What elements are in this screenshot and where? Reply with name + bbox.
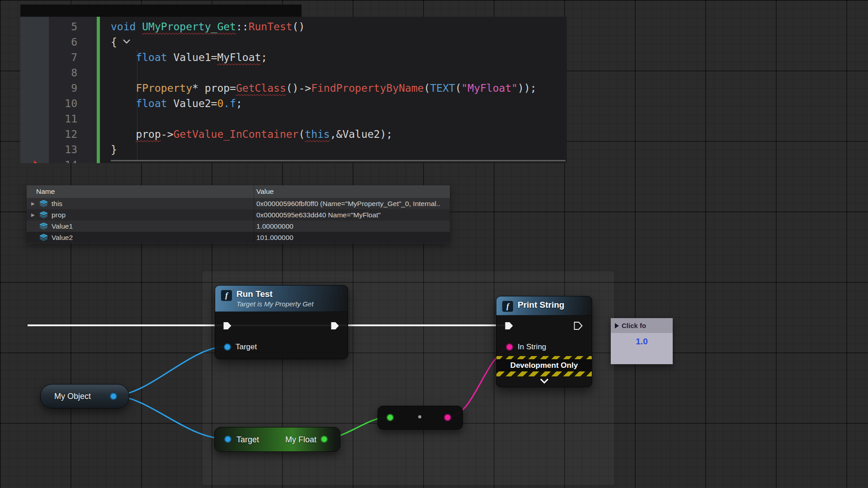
target-pin[interactable]: [224, 343, 231, 351]
watch-value: 0x00000595e633dd40 Name="MyFloat": [256, 209, 381, 221]
target-pin-label: Target: [236, 343, 257, 352]
line-number: 11: [20, 113, 97, 125]
exec-in-pin[interactable]: [505, 322, 514, 330]
node-subtitle: Target is My Property Get: [236, 300, 313, 309]
code-line[interactable]: 9 FProperty* prop=GetClass()->FindProper…: [20, 80, 567, 96]
debug-value-tooltip[interactable]: Click fo 1.0: [611, 318, 673, 364]
node-print-string[interactable]: f Print String In String Development Onl…: [496, 296, 592, 387]
code-token: Value2=: [167, 98, 217, 109]
node-my-object[interactable]: My Object: [40, 384, 129, 408]
code-token: ,&Value2);: [330, 128, 392, 140]
code-token: Value1=: [167, 52, 217, 63]
editor-top-strip: [20, 5, 302, 17]
code-token: ->: [161, 128, 174, 140]
in-string-pin[interactable]: [506, 343, 513, 351]
function-icon: f: [502, 300, 514, 312]
target-pin[interactable]: [224, 436, 231, 443]
code-text: float Value2=0.f;: [97, 98, 242, 109]
exec-out-pin[interactable]: [574, 322, 583, 330]
code-line[interactable]: 12 prop->GetValue_InContainer(this,&Valu…: [20, 127, 567, 142]
code-token: 0: [217, 98, 223, 109]
collapse-dot-icon[interactable]: [418, 415, 421, 418]
watch-value: 1.00000000: [256, 221, 293, 232]
watched-value: 1.0: [611, 337, 673, 347]
code-token: float: [136, 98, 167, 109]
code-lines[interactable]: 5void UMyProperty_Get::RunTest()6{7 floa…: [20, 19, 567, 163]
code-line[interactable]: 6{: [20, 34, 567, 50]
line-number: 9: [20, 82, 97, 94]
my-float-pin-label: My Float: [285, 435, 316, 444]
fold-chevron-icon[interactable]: [123, 38, 131, 44]
expand-arrow-icon[interactable]: ▶: [31, 209, 35, 221]
code-token: UMyProperty_Get: [142, 21, 236, 33]
code-token: (): [292, 21, 305, 33]
float-out-pin[interactable]: [321, 436, 328, 443]
exec-in-pin[interactable]: [223, 322, 232, 330]
column-divider[interactable]: [254, 185, 254, 244]
code-token: ));: [518, 82, 537, 94]
column-name: Name: [36, 188, 55, 196]
code-line[interactable]: 11: [20, 111, 567, 127]
code-text: FProperty* prop=GetClass()->FindProperty…: [97, 82, 537, 94]
object-out-pin[interactable]: [110, 393, 117, 400]
code-token: TEXT: [430, 82, 455, 94]
code-line[interactable]: 8: [20, 65, 567, 80]
code-token: ()->: [286, 82, 311, 94]
line-number: 13: [20, 144, 97, 155]
watch-name: prop: [52, 209, 66, 221]
node-convert-float-to-string[interactable]: [377, 406, 463, 430]
watch-header: Name Value: [27, 185, 450, 198]
target-pin-label: Target: [236, 435, 259, 444]
watch-row[interactable]: Value2101.000000: [27, 232, 450, 243]
horizontal-scrollbar[interactable]: [111, 160, 566, 161]
string-out-pin[interactable]: [444, 414, 451, 421]
execution-pointer-icon: [27, 160, 42, 163]
expand-chevron-icon[interactable]: [540, 378, 549, 384]
development-only-banner: Development Only: [496, 359, 592, 371]
code-token: float: [136, 52, 167, 63]
code-token: {: [111, 36, 117, 48]
code-token: ::: [236, 21, 249, 33]
code-token: void: [111, 21, 142, 33]
code-editor[interactable]: 5void UMyProperty_Get::RunTest()6{7 floa…: [20, 17, 567, 163]
watch-row[interactable]: ▶this0x000005960fbf0ff0 (Name="MyPropert…: [27, 198, 450, 209]
code-token: GetValue_InContainer: [173, 128, 298, 140]
node-run-test[interactable]: f Run Test Target is My Property Get Tar…: [215, 285, 348, 359]
run-test-header: f Run Test Target is My Property Get: [215, 286, 348, 312]
development-only-stripes: [496, 371, 592, 376]
code-text: prop->GetValue_InContainer(this,&Value2)…: [97, 128, 392, 140]
code-token: .f: [223, 98, 236, 109]
variable-icon: [39, 200, 48, 207]
function-icon: f: [221, 290, 232, 301]
code-token: FindPropertyByName: [311, 82, 424, 94]
code-text: }: [97, 144, 117, 155]
node-get-my-float[interactable]: Target My Float: [214, 427, 340, 452]
development-only-stripes: [496, 356, 592, 359]
exec-out-pin[interactable]: [330, 322, 340, 330]
code-line[interactable]: 13}: [20, 142, 567, 157]
watch-name: this: [52, 198, 62, 209]
code-line[interactable]: 5void UMyProperty_Get::RunTest(): [20, 19, 567, 34]
tooltip-header[interactable]: Click fo: [611, 318, 673, 333]
watch-row[interactable]: ▶prop0x00000595e633dd40 Name="MyFloat": [27, 209, 450, 221]
debugger-watch-panel[interactable]: Name Value ▶this0x000005960fbf0ff0 (Name…: [27, 185, 450, 244]
code-token: (: [424, 82, 430, 94]
variable-label: My Object: [54, 392, 91, 401]
float-in-pin[interactable]: [387, 414, 394, 421]
code-token: }: [111, 144, 117, 155]
line-number: 8: [20, 67, 97, 79]
in-string-pin-label: In String: [518, 343, 546, 352]
variable-icon: [39, 223, 48, 230]
code-token: (: [455, 82, 462, 94]
expand-arrow-icon[interactable]: ▶: [31, 198, 35, 209]
code-line[interactable]: 10 float Value2=0.f;: [20, 96, 567, 111]
watch-value: 101.000000: [256, 232, 293, 243]
watch-row[interactable]: Value11.00000000: [27, 221, 450, 232]
code-token: [111, 98, 136, 109]
variable-icon: [39, 234, 48, 241]
line-number: 5: [20, 21, 97, 33]
code-text: {: [97, 36, 117, 48]
watch-rows[interactable]: ▶this0x000005960fbf0ff0 (Name="MyPropert…: [27, 198, 450, 243]
code-token: ;: [236, 98, 242, 109]
code-line[interactable]: 7 float Value1=MyFloat;: [20, 50, 567, 65]
